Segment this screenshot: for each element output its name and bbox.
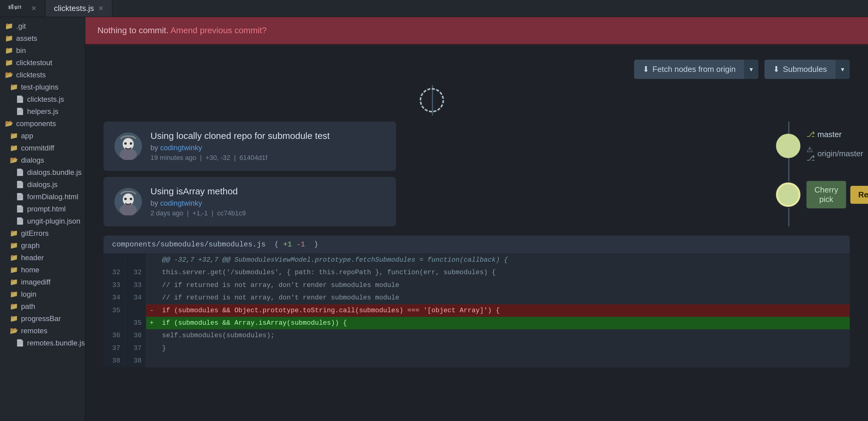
sidebar-item-label: login xyxy=(21,290,36,299)
diff-old-34: 34 xyxy=(103,292,125,304)
sidebar-item-imagediff[interactable]: imagediff xyxy=(0,276,85,288)
sidebar-item-formDialog[interactable]: formDialog.html xyxy=(0,191,85,203)
diff-new-32: 32 xyxy=(125,266,146,279)
expanded-folder-icon xyxy=(10,327,18,335)
commit-info-1: Using locally cloned repo for submodule … xyxy=(151,131,385,162)
main-layout: .git assets bin clicktestout clicktests … xyxy=(0,17,868,421)
tab-clicktests[interactable]: clicktests.js ✕ xyxy=(45,0,113,17)
sidebar-item-remotes-bundle[interactable]: remotes.bundle.js xyxy=(0,337,85,349)
diff-old-32: 32 xyxy=(103,266,125,279)
sidebar-item-clicktests[interactable]: clicktests xyxy=(0,69,85,81)
diff-code-37: } xyxy=(157,342,850,355)
tab-close-ungit[interactable]: ✕ xyxy=(31,5,36,12)
diff-row-32: 32 32 this.server.get('/submodules', { p… xyxy=(103,266,850,279)
sidebar-item-app[interactable]: app xyxy=(0,130,85,142)
tab-ungit[interactable]: git ✕ xyxy=(0,0,45,17)
sidebar-item-assets[interactable]: assets xyxy=(0,32,85,44)
diff-new-33: 33 xyxy=(125,279,146,292)
diff-row-header: @@ -32,7 +32,7 @@ SubmodulesViewModel.pr… xyxy=(103,254,850,266)
commit-card-2[interactable]: Using isArray method by codingtwinky 2 d… xyxy=(103,177,396,226)
svg-point-11 xyxy=(124,198,127,200)
sidebar-item-path[interactable]: path xyxy=(0,300,85,312)
sidebar-item-bin[interactable]: bin xyxy=(0,44,85,57)
folder-icon xyxy=(10,266,18,274)
commit-card-1[interactable]: Using locally cloned repo for submodule … xyxy=(103,122,396,171)
tab-clicktests-label: clicktests.js xyxy=(54,4,94,13)
diff-code-34: // if returned is not array, don't rende… xyxy=(157,292,850,304)
content-area: Nothing to commit. Amend previous commit… xyxy=(85,17,868,421)
fetch-dropdown-button[interactable]: ▾ xyxy=(744,60,758,79)
sidebar-item-label: commitdiff xyxy=(21,144,54,152)
fetch-nodes-button[interactable]: ⬇ Fetch nodes from origin xyxy=(634,60,744,79)
diff-new-37: 37 xyxy=(125,342,146,355)
avatar-1 xyxy=(115,132,142,160)
banner-text: Nothing to commit. xyxy=(97,26,168,35)
folder-icon xyxy=(10,242,18,249)
submodules-dropdown-button[interactable]: ▾ xyxy=(835,60,850,79)
sidebar-item-commitdiff[interactable]: commitdiff xyxy=(0,142,85,154)
sidebar-item-remotes[interactable]: remotes xyxy=(0,325,85,337)
expanded-folder-icon xyxy=(5,120,13,128)
svg-rect-1 xyxy=(11,4,13,9)
graph-area: ⬇ Fetch nodes from origin ▾ ⬇ Submodules… xyxy=(85,44,868,386)
cherry-pick-button[interactable]: Cherry pick xyxy=(806,181,846,208)
folder-icon xyxy=(10,254,18,262)
sidebar-item-label: home xyxy=(21,266,39,274)
diff-sign-h xyxy=(146,254,157,266)
diff-plus: +1 xyxy=(283,240,292,248)
sidebar-item-label: bin xyxy=(16,46,26,55)
tab-close-clicktests[interactable]: ✕ xyxy=(98,5,103,12)
sidebar-item-graph[interactable]: graph xyxy=(0,239,85,252)
diff-sign-36 xyxy=(146,329,157,342)
sidebar-item-label: test-plugins xyxy=(21,83,59,91)
fetch-btn-group: ⬇ Fetch nodes from origin ▾ xyxy=(634,60,758,79)
diff-sign-35-added: + xyxy=(146,317,157,329)
sidebar-item-clicktestout[interactable]: clicktestout xyxy=(0,57,85,69)
sidebar-item-login[interactable]: login xyxy=(0,288,85,300)
expanded-folder-icon xyxy=(10,156,18,164)
diff-old-38: 38 xyxy=(103,355,125,367)
diff-file-path: components/submodules/submodules.js xyxy=(112,240,266,248)
diff-content: @@ -32,7 +32,7 @@ SubmodulesViewModel.pr… xyxy=(103,254,850,367)
sidebar-item-test-plugins[interactable]: test-plugins xyxy=(0,81,85,93)
sidebar-item-dialogs[interactable]: dialogs xyxy=(0,154,85,166)
diff-row-35-added: 35 + if (submodules && Array.isArray(sub… xyxy=(103,317,850,329)
commit-meta-2: 2 days ago | +1,-1 | cc74b1c9 xyxy=(151,209,385,217)
diff-old-35: 35 xyxy=(103,304,125,317)
node-row-2: Cherry pick Revert xyxy=(771,170,850,219)
folder-icon xyxy=(5,47,13,55)
sidebar-item-prompt[interactable]: prompt.html xyxy=(0,203,85,215)
sidebar-item-progressBar[interactable]: progressBar xyxy=(0,312,85,325)
diff-new-34: 34 xyxy=(125,292,146,304)
diff-linenum-new-h xyxy=(125,254,146,266)
branch-icon: ⎇ xyxy=(806,130,815,139)
sidebar-item-header[interactable]: header xyxy=(0,252,85,264)
sidebar-item-dialogs-js[interactable]: dialogs.js xyxy=(0,179,85,191)
commit-author-link-2[interactable]: codingtwinky xyxy=(160,199,202,207)
fetch-label: Fetch nodes from origin xyxy=(652,65,736,74)
diff-row-33: 33 33 // if returned is not array, don't… xyxy=(103,279,850,292)
diff-new-35: 35 xyxy=(125,317,146,329)
sidebar-item-clicktests-js[interactable]: clicktests.js xyxy=(0,93,85,106)
sidebar-item-label: dialogs.js xyxy=(27,180,58,189)
revert-button[interactable]: Revert xyxy=(850,186,868,204)
sidebar-item-git[interactable]: .git xyxy=(0,20,85,32)
diff-code-33: // if returned is not array, don't rende… xyxy=(157,279,850,292)
sidebar-item-label: gitErrors xyxy=(21,229,49,238)
sidebar-item-gitErrors[interactable]: gitErrors xyxy=(0,227,85,239)
sidebar-item-label: assets xyxy=(16,34,37,43)
submodules-button[interactable]: ⬇ Submodules xyxy=(765,60,835,79)
sidebar-item-helpers-js[interactable]: helpers.js xyxy=(0,106,85,118)
amend-link[interactable]: Amend previous commit? xyxy=(170,26,267,35)
diff-new-36: 36 xyxy=(125,329,146,342)
commit-hash-1: 61404d1f xyxy=(239,154,268,161)
folder-icon xyxy=(10,83,18,91)
ungit-logo: git xyxy=(8,3,27,14)
sidebar-item-dialogs-bundle[interactable]: dialogs.bundle.js xyxy=(0,166,85,179)
sidebar-item-components[interactable]: components xyxy=(0,118,85,130)
file-icon xyxy=(16,108,24,116)
diff-sign-33 xyxy=(146,279,157,292)
sidebar-item-ungit-plugin[interactable]: ungit-plugin.json xyxy=(0,215,85,227)
sidebar-item-home[interactable]: home xyxy=(0,264,85,276)
commit-author-link-1[interactable]: codingtwinky xyxy=(160,144,202,152)
